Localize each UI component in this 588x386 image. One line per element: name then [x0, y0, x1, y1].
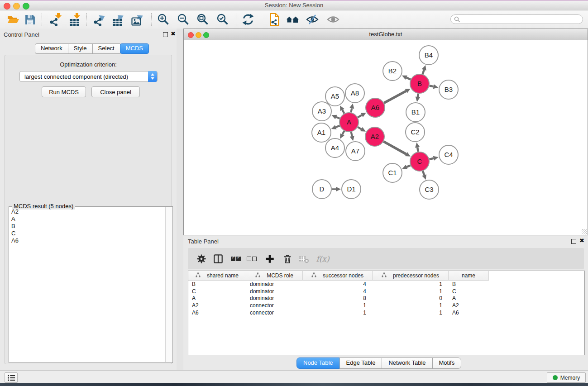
close-panel-icon[interactable]: ✖ [579, 237, 584, 244]
tab-edge-table[interactable]: Edge Table [339, 357, 382, 369]
column-header-predecessor-nodes[interactable]: predecessor nodes [373, 271, 449, 281]
minimize-window-light[interactable] [13, 3, 20, 10]
network-canvas[interactable]: B4B2BB3A8A5A6A3B1AC2A1A2A4A7C4CC1C3DD1 [184, 40, 588, 235]
graph-arrowhead [433, 156, 439, 161]
memory-button[interactable]: Memory [547, 372, 586, 383]
column-header-name[interactable]: name [449, 271, 489, 281]
first-neighbors-button[interactable] [285, 13, 301, 26]
tab-select[interactable]: Select [92, 43, 120, 54]
add-row-button[interactable] [263, 252, 277, 266]
graph-edge-A-A1[interactable] [336, 126, 340, 127]
graph-edge-A-A2[interactable] [358, 127, 361, 129]
export-image-button[interactable] [130, 13, 145, 26]
column-header-MCDS-role[interactable]: MCDS role [246, 271, 303, 281]
table-row[interactable]: A6connector11A6 [188, 309, 584, 316]
import-network-button[interactable] [48, 13, 63, 26]
graph-node-label: A [347, 118, 351, 126]
network-minimize-light[interactable] [196, 32, 201, 38]
control-panel-tabs: NetworkStyleSelectMCDS [35, 43, 149, 54]
network-close-light[interactable] [188, 32, 194, 38]
graph-edge-A6-B[interactable] [384, 91, 406, 103]
search-field[interactable] [450, 14, 583, 24]
select-all-button[interactable] [229, 252, 243, 266]
mcds-result-item[interactable]: A2 [10, 208, 164, 215]
network-zoom-light[interactable] [203, 32, 209, 38]
table-row[interactable]: Bdominator41B [188, 281, 584, 288]
window-resize-grip[interactable] [582, 229, 587, 234]
graph-edge-A2-C[interactable] [383, 142, 406, 154]
new-network-from-selection-button[interactable] [267, 13, 282, 26]
close-panel-button[interactable]: Close panel [91, 86, 140, 97]
show-column-button[interactable] [211, 252, 225, 266]
graph-edge-C-C2[interactable] [417, 148, 418, 152]
show-all-button[interactable] [325, 13, 341, 26]
delete-table-button[interactable] [296, 252, 311, 266]
graph-edge-C-C1[interactable] [406, 165, 410, 167]
run-mcds-button[interactable]: Run MCDS [42, 86, 86, 97]
graph-node-label: B1 [411, 108, 420, 116]
mcds-result-item[interactable]: A [10, 215, 164, 223]
graph-edge-A-A5[interactable] [342, 110, 344, 114]
mcds-result-scrollbar[interactable] [165, 207, 172, 362]
graph-edge-A-A3[interactable] [336, 117, 340, 119]
task-history-button[interactable] [5, 372, 18, 383]
table-cell: 1 [373, 302, 449, 309]
zoom-fit-icon [196, 13, 209, 26]
save-session-button[interactable] [22, 13, 38, 26]
table-settings-button[interactable] [194, 252, 209, 266]
graph-edge-A-A8[interactable] [351, 108, 352, 112]
import-table-button[interactable] [67, 13, 83, 26]
hide-selected-button[interactable] [305, 13, 320, 26]
unselect-all-button[interactable] [244, 252, 259, 266]
table-row[interactable]: Cdominator41C [188, 288, 584, 295]
plus-icon [265, 254, 275, 264]
table-row[interactable]: Adominator80A [188, 295, 584, 302]
table-cell: 1 [303, 302, 373, 309]
export-table-button[interactable] [110, 13, 126, 26]
main-toolbar [0, 10, 588, 29]
delete-row-button[interactable] [280, 252, 295, 266]
tab-network-table[interactable]: Network Table [382, 357, 432, 369]
function-builder-button[interactable]: f(x) [314, 252, 332, 266]
graph-edge-B-B1[interactable] [418, 94, 418, 97]
export-network-button[interactable] [91, 13, 107, 26]
graph-edge-A-A4[interactable] [342, 131, 344, 134]
tab-mcds[interactable]: MCDS [120, 43, 149, 54]
graph-edge-B-B4[interactable] [423, 70, 424, 74]
search-input[interactable] [460, 16, 575, 23]
float-panel-icon[interactable] [571, 239, 576, 244]
panel-splitter[interactable] [177, 29, 183, 370]
tab-style[interactable]: Style [68, 43, 93, 54]
float-panel-icon[interactable] [163, 32, 168, 37]
graph-edge-A-A6[interactable] [358, 115, 362, 117]
zoom-selected-button[interactable] [215, 13, 230, 26]
tab-motifs[interactable]: Motifs [432, 357, 462, 369]
mcds-result-group: MCDS result (5 nodes) A2ABCA6 [9, 206, 173, 363]
graph-edge-A-A7[interactable] [351, 132, 352, 136]
criterion-select[interactable]: largest connected component (directed) [19, 71, 158, 82]
graph-edge-C-C4[interactable] [429, 158, 433, 159]
table-cell: A2 [188, 302, 246, 309]
tab-network[interactable]: Network [35, 43, 68, 54]
graph-edge-B-B2[interactable] [406, 77, 411, 79]
toolbar-separator [261, 13, 261, 26]
zoom-window-light[interactable] [23, 3, 29, 10]
mcds-result-item[interactable]: A6 [10, 237, 164, 244]
column-header-successor-nodes[interactable]: successor nodes [303, 271, 373, 281]
close-window-light[interactable] [4, 3, 10, 10]
mcds-result-item[interactable]: C [10, 230, 164, 237]
apply-layout-button[interactable] [240, 13, 256, 26]
zoom-out-button[interactable] [176, 13, 191, 26]
zoom-fit-button[interactable] [195, 13, 210, 26]
status-bar: Memory [0, 370, 588, 383]
zoom-in-button[interactable] [156, 13, 171, 26]
graph-edge-C-C3[interactable] [423, 171, 424, 175]
tab-node-table[interactable]: Node Table [296, 357, 340, 369]
column-header-shared-name[interactable]: shared name [188, 271, 246, 281]
table-row[interactable]: A2connector11A2 [188, 302, 584, 309]
open-session-button[interactable] [5, 13, 21, 26]
close-panel-icon[interactable]: ✖ [171, 30, 176, 38]
mcds-result-item[interactable]: B [10, 223, 164, 230]
node-table[interactable]: shared nameMCDS rolesuccessor nodesprede… [188, 271, 585, 355]
graph-edge-B-B3[interactable] [430, 86, 434, 86]
